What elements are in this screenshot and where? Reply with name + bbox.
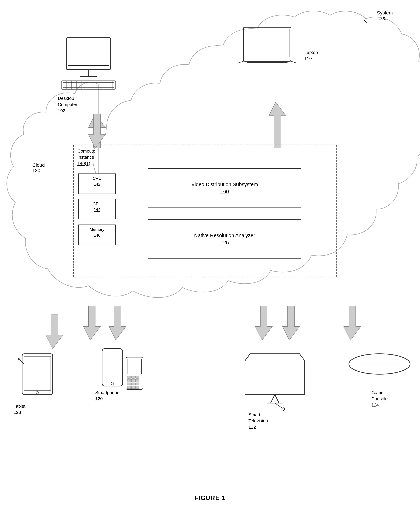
nra-box: Native Resolution Analyzer 125 — [148, 219, 301, 259]
cpu-box: CPU 142 — [78, 174, 116, 194]
nra-number: 125 — [220, 240, 229, 245]
tablet-number: 128 — [14, 410, 21, 415]
vds-label: Video Distribution Subsystem — [191, 182, 258, 187]
laptop-label: Laptop 110 — [304, 49, 318, 62]
svg-rect-48 — [131, 383, 135, 385]
smart-tv-label: SmartTelevision 122 — [249, 412, 268, 430]
diagram-container: System 100 ↖ — [0, 0, 420, 522]
desktop-number: 102 — [58, 108, 65, 113]
svg-point-32 — [111, 382, 114, 385]
svg-point-59 — [282, 408, 285, 410]
svg-marker-28 — [344, 306, 361, 340]
memory-number: 146 — [93, 233, 101, 238]
svg-marker-24 — [83, 306, 101, 340]
smart-tv-icon — [245, 354, 305, 410]
svg-rect-31 — [104, 351, 121, 381]
memory-label: Memory — [90, 227, 104, 232]
vds-number: 160 — [220, 189, 229, 194]
svg-rect-43 — [135, 376, 139, 378]
svg-marker-27 — [282, 306, 300, 340]
tablet-text: Tablet — [14, 404, 25, 409]
figure-caption-text: FIGURE 1 — [194, 494, 226, 501]
svg-rect-42 — [131, 376, 135, 378]
gpu-label: GPU — [93, 201, 101, 206]
tv-cloud-arrow-2 — [282, 306, 300, 340]
svg-rect-20 — [247, 61, 288, 63]
svg-rect-1 — [68, 39, 109, 65]
gameconsole-cloud-arrow — [344, 306, 361, 340]
gpu-box: GPU 144 — [78, 199, 116, 219]
cellphone-icon — [126, 357, 143, 390]
svg-marker-26 — [255, 306, 272, 340]
game-console-number: 124 — [372, 402, 379, 407]
smart-tv-number: 122 — [249, 424, 256, 430]
svg-marker-29 — [46, 315, 63, 349]
cpu-label: CPU — [93, 176, 101, 181]
svg-marker-23 — [269, 102, 286, 148]
cloud-number: 130 — [32, 168, 40, 173]
svg-rect-41 — [127, 376, 131, 378]
svg-rect-0 — [66, 38, 111, 70]
system-arrow-icon: ↖ — [363, 18, 367, 24]
svg-rect-4 — [61, 81, 116, 89]
tablet-cloud-arrow — [46, 315, 63, 349]
cloud-text: Cloud — [32, 162, 45, 168]
svg-rect-46 — [135, 379, 139, 382]
smartphone-number: 120 — [95, 396, 103, 401]
svg-rect-54 — [247, 355, 303, 393]
svg-marker-53 — [245, 354, 305, 395]
smart-tv-text: SmartTelevision — [249, 412, 268, 423]
cloud-label: Cloud 130 — [32, 162, 45, 173]
laptop-cloud-arrow — [269, 102, 286, 148]
svg-rect-40 — [127, 359, 142, 374]
system-label: System 100 — [377, 10, 393, 21]
svg-rect-3 — [80, 77, 97, 79]
desktop-cloud-arrow — [88, 114, 106, 148]
smartphone-text: Smartphone — [95, 390, 119, 395]
svg-rect-44 — [127, 379, 131, 382]
svg-rect-19 — [245, 29, 289, 57]
desktop-label: DesktopComputer 102 — [58, 95, 77, 114]
vds-box: Video Distribution Subsystem 160 — [148, 168, 301, 207]
tv-cloud-arrow-1 — [255, 306, 272, 340]
nra-label: Native Resolution Analyzer — [194, 232, 255, 238]
svg-point-38 — [18, 358, 20, 360]
desktop-computer-icon — [61, 38, 116, 89]
game-console-label: GameConsole 124 — [372, 390, 388, 408]
cpu-number: 142 — [93, 182, 101, 186]
svg-point-36 — [36, 391, 39, 394]
svg-rect-49 — [135, 383, 139, 385]
system-number: 100 — [379, 16, 387, 21]
smartphone-icon — [102, 349, 123, 386]
svg-rect-34 — [22, 354, 53, 395]
svg-line-55 — [271, 395, 275, 403]
svg-rect-51 — [131, 386, 135, 389]
svg-rect-50 — [127, 386, 131, 389]
svg-rect-47 — [127, 383, 131, 385]
svg-rect-52 — [135, 386, 139, 389]
desktop-text: DesktopComputer — [58, 96, 77, 107]
game-console-text: GameConsole — [372, 390, 388, 401]
figure-caption: FIGURE 1 — [194, 494, 226, 502]
svg-rect-39 — [126, 357, 143, 390]
svg-line-56 — [275, 395, 279, 403]
tablet-icon — [18, 354, 53, 395]
smartphone-label: Smartphone 120 — [95, 390, 119, 402]
svg-rect-30 — [102, 349, 123, 386]
svg-marker-25 — [109, 306, 126, 340]
compute-instance-label: ComputeInstance 140(1) — [78, 148, 95, 167]
svg-line-58 — [275, 403, 282, 408]
svg-rect-35 — [24, 356, 51, 390]
compute-instance-number: 140(1) — [78, 161, 90, 166]
system-text: System — [377, 10, 393, 15]
tablet-label: Tablet 128 — [14, 403, 25, 415]
laptop-text: Laptop — [304, 50, 318, 55]
svg-point-60 — [349, 354, 410, 374]
gpu-number: 144 — [93, 207, 101, 212]
laptop-number: 110 — [304, 56, 311, 61]
svg-marker-21 — [88, 114, 106, 148]
laptop-icon — [238, 27, 296, 63]
compute-instance-text: ComputeInstance — [78, 148, 95, 160]
game-console-icon — [349, 354, 410, 374]
svg-rect-18 — [243, 27, 291, 61]
